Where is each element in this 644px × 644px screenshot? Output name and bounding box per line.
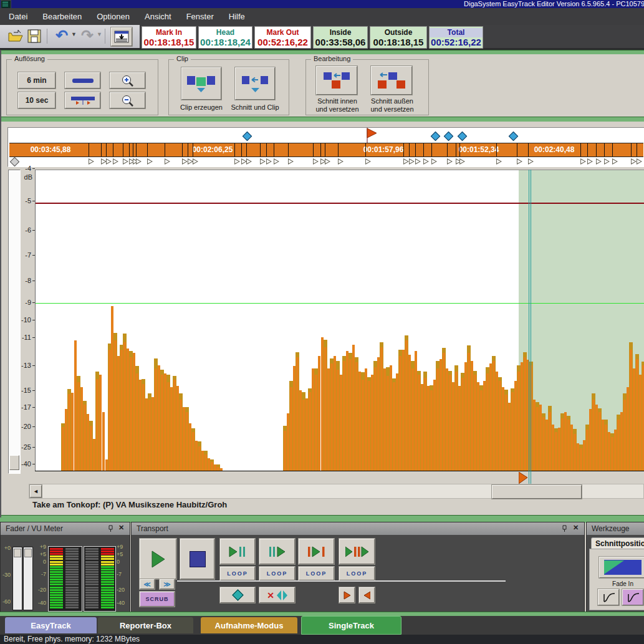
timeline-diamond-marker[interactable] [431,132,441,142]
cut-mark-triangle[interactable] [246,158,252,165]
loop-button-3[interactable]: LOOP [299,567,334,580]
timeline-diamond-marker[interactable] [509,132,519,142]
cut-mark-triangle[interactable] [496,158,502,165]
cut-mark-triangle[interactable] [89,158,94,165]
cut-mark-triangle[interactable] [631,158,637,165]
cut-mark-triangle[interactable] [528,158,534,165]
cut-mark-triangle[interactable] [165,158,170,165]
timeline-diamond-marker[interactable] [458,132,468,142]
workspace-tab-singletrack[interactable]: SingleTrack [301,616,401,635]
cut-mark-triangle[interactable] [274,158,279,165]
menu-bearbeiten[interactable]: Bearbeiten [41,12,83,21]
playhead-line[interactable] [529,170,529,484]
clip-erzeugen-button[interactable] [181,67,221,100]
cut-mark-triangle[interactable] [587,158,593,165]
play-around-cut-button[interactable] [339,539,375,564]
cut-mark-triangle[interactable] [136,158,142,165]
fade-preview-button[interactable] [599,557,644,578]
menu-hilfe[interactable]: Hilfe [228,12,246,21]
workspace-tab-reporterbox[interactable]: Reporter-Box [98,617,193,633]
timeline-diamond-marker[interactable] [444,132,454,142]
werkzeuge-panel-titlebar[interactable]: Werkzeuge [587,522,644,536]
schnitt-innen-button[interactable] [316,66,357,95]
cut-mark-triangle[interactable] [612,158,618,165]
cut-mark-triangle[interactable] [604,158,610,165]
cut-mark-triangle[interactable] [459,158,465,165]
cut-mark-triangle[interactable] [338,158,344,165]
cut-mark-triangle[interactable] [147,158,153,165]
tab-schnittposition[interactable]: Schnittposition [591,537,644,549]
timeline-flag-marker[interactable] [367,128,377,145]
cut-mark-triangle[interactable] [234,158,240,165]
resolution-6min-button[interactable]: 6 min [18,72,55,89]
workspace-tab-aufnahmemodus[interactable]: Aufnahme-Modus [201,617,297,633]
scrub-button[interactable]: SCRUB [140,592,175,607]
timeline-overview[interactable]: 00:03:45,8800:02:06,2500:01:57,9600:01:5… [7,127,644,167]
pin-icon[interactable] [108,525,114,534]
cut-mark-triangle[interactable] [365,158,371,165]
overview-bar-button[interactable] [65,72,100,89]
cut-mark-triangle[interactable] [288,158,294,165]
menu-datei[interactable]: Datei [7,12,29,21]
cut-mark-triangle[interactable] [113,158,118,165]
menu-ansicht[interactable]: Ansicht [143,12,173,21]
play-to-mark-button[interactable] [220,539,255,564]
zoom-out-button[interactable] [110,92,145,108]
schnitt-und-clip-button[interactable] [235,67,275,100]
cut-mark-triangle[interactable] [431,158,437,165]
export-list-button[interactable] [111,27,132,46]
close-icon[interactable]: ✕ [118,524,124,532]
fader-vu-panel-titlebar[interactable]: Fader / VU Meter ✕ [1,522,130,536]
undo-dropdown-icon[interactable]: ▼ [71,31,77,37]
play-selection-button[interactable] [299,539,334,564]
cut-mark-triangle[interactable] [182,158,188,165]
redo-dropdown-icon[interactable]: ▼ [97,31,102,37]
cut-mark-triangle[interactable] [596,158,602,165]
fader-right-thumb[interactable] [24,549,32,557]
cut-mark-triangle[interactable] [313,158,319,165]
stop-button[interactable] [180,539,214,579]
cut-mark-triangle[interactable] [193,158,198,165]
cut-mark-triangle[interactable] [403,158,409,165]
loop-button-1[interactable]: LOOP [220,567,255,580]
cut-mark-triangle[interactable] [260,158,266,165]
delete-marker-button[interactable]: ✕ [259,587,295,603]
goto-next-marker-button[interactable] [339,587,355,603]
menu-optionen[interactable]: Optionen [95,12,131,21]
app-icon[interactable] [1,0,11,9]
fade-curve-log-button[interactable] [622,589,643,605]
cut-mark-triangle[interactable] [409,158,415,165]
timeline-track[interactable]: 00:03:45,8800:02:06,2500:01:57,9600:01:5… [9,143,643,157]
redo-button[interactable]: ↷ [79,26,96,45]
cut-mark-triangle[interactable] [123,158,128,165]
fader-left-thumb[interactable] [14,549,21,557]
open-file-button[interactable] [7,28,24,44]
scrollbar-thumb[interactable] [492,485,582,499]
transport-close-icon[interactable]: ✕ [573,524,579,532]
cut-mark-triangle[interactable] [447,158,453,165]
rewind-button[interactable]: ≪ [140,579,155,589]
cut-mark-triangle[interactable] [423,158,429,165]
transport-pin-icon[interactable] [562,525,568,534]
fade-curve-linear-button[interactable] [598,589,619,605]
schnitt-aussen-button[interactable] [371,66,412,95]
loop-button-2[interactable]: LOOP [259,567,295,580]
detail-bar-button[interactable] [65,92,100,108]
waveform-plot[interactable] [35,170,644,471]
zoom-in-button[interactable] [110,72,145,89]
cut-mark-triangle[interactable] [415,158,421,165]
transport-panel-titlebar[interactable]: Transport ✕ [132,522,584,536]
cut-mark-triangle[interactable] [266,158,272,165]
forward-button[interactable]: ≫ [160,579,175,589]
cut-mark-triangle[interactable] [106,158,112,165]
cut-mark-triangle[interactable] [517,158,522,165]
save-button[interactable] [26,28,42,44]
timeline-diamond-marker[interactable] [243,132,252,142]
menu-fenster[interactable]: Fenster [185,12,215,21]
undo-button[interactable]: ↶ [53,26,70,45]
play-button[interactable] [140,539,176,579]
goto-prev-marker-button[interactable] [359,587,375,603]
cut-mark-triangle[interactable] [637,158,642,165]
set-marker-button[interactable] [220,587,255,603]
resolution-10sec-button[interactable]: 10 sec [18,92,55,108]
